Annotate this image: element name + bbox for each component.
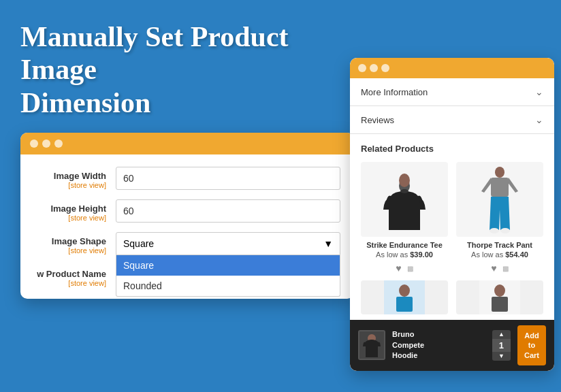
product-name-2: Thorpe Track Pant: [456, 241, 543, 249]
product-price-2: As low as $54.40: [456, 250, 543, 259]
product-card-1: Strike Endurance Tee As low as $39.00 ♥ …: [361, 162, 448, 274]
product-image-1: [361, 162, 448, 237]
image-shape-row: Image Shape [store view] Square ▼ Square…: [34, 232, 340, 255]
product-actions-2: ♥ ▩: [456, 263, 543, 274]
product-price-1: As low as $39.00: [361, 250, 448, 259]
product-dot-2: [370, 64, 378, 72]
product-name-1: Strike Endurance Tee: [361, 241, 448, 249]
product-dot-1: [358, 64, 366, 72]
image-shape-label: Image Shape [store view]: [34, 232, 116, 255]
image-height-input[interactable]: [116, 199, 340, 223]
admin-panel: Image Width [store view] Image Height [s…: [20, 133, 354, 299]
accordion-more-info[interactable]: More Information ⌄: [350, 78, 554, 106]
product-panel: More Information ⌄ Reviews ⌄ Related Pro…: [350, 58, 554, 371]
wishlist-icon-2[interactable]: ♥: [491, 263, 496, 274]
image-height-row: Image Height [store view]: [34, 199, 340, 223]
svg-rect-4: [491, 178, 509, 197]
svg-point-3: [495, 167, 504, 178]
product-actions-1: ♥ ▩: [361, 263, 448, 274]
qty-value: 1: [492, 339, 511, 352]
extra-product-thumb-2: [456, 280, 543, 314]
svg-point-8: [399, 284, 410, 297]
image-width-label: Image Width [store view]: [34, 167, 116, 189]
svg-point-2: [399, 174, 410, 187]
option-rounded[interactable]: Rounded: [116, 276, 340, 296]
image-width-row: Image Width [store view]: [34, 167, 340, 190]
image-shape-select-wrapper: Square ▼ Square Rounded: [116, 232, 340, 255]
products-grid: Strike Endurance Tee As low as $39.00 ♥ …: [361, 162, 543, 274]
product-card-2: Thorpe Track Pant As low as $54.40 ♥ ▩: [456, 162, 543, 274]
product-body: More Information ⌄ Reviews ⌄ Related Pro…: [350, 78, 554, 371]
page-title: Manually Set Product Image Dimension: [20, 20, 327, 119]
extra-products-row: [350, 280, 554, 320]
extra-product-thumb-1: [361, 280, 448, 314]
product-name-label: w Product Name [store view]: [34, 265, 116, 287]
chevron-down-icon-2: ⌄: [535, 114, 543, 125]
svg-point-5: [490, 228, 499, 233]
related-products-title: Related Products: [361, 144, 543, 154]
chart-icon-2[interactable]: ▩: [502, 265, 509, 272]
cart-product-name: BrunoCompeteHoodie: [392, 329, 485, 361]
wishlist-icon-1[interactable]: ♥: [396, 263, 401, 274]
product-dot-3: [381, 64, 389, 72]
window-dot-3: [54, 140, 63, 148]
admin-titlebar: [20, 133, 354, 154]
product-titlebar: [350, 58, 554, 78]
svg-rect-9: [396, 297, 413, 312]
svg-point-11: [494, 284, 505, 297]
cart-bar: BrunoCompeteHoodie ▲ 1 ▼ AddtoCart: [350, 320, 554, 371]
image-shape-select[interactable]: Square ▼: [116, 232, 340, 255]
cart-product-thumbnail: [358, 330, 385, 360]
svg-point-6: [500, 228, 510, 233]
add-to-cart-button[interactable]: AddtoCart: [517, 325, 546, 365]
product-image-2: [456, 162, 543, 237]
image-height-label: Image Height [store view]: [34, 199, 116, 222]
chart-icon-1[interactable]: ▩: [407, 265, 413, 272]
accordion-reviews[interactable]: Reviews ⌄: [350, 106, 554, 134]
image-shape-dropdown: Square Rounded: [116, 255, 340, 297]
svg-rect-12: [492, 297, 508, 312]
window-dot-1: [30, 140, 38, 148]
qty-control: ▲ 1 ▼: [492, 330, 511, 361]
window-dot-2: [42, 140, 50, 148]
qty-increase-button[interactable]: ▲: [493, 330, 510, 339]
chevron-down-icon: ⌄: [535, 86, 543, 97]
admin-body: Image Width [store view] Image Height [s…: [20, 154, 354, 299]
option-square[interactable]: Square: [116, 255, 340, 276]
title-area: Manually Set Product Image Dimension: [20, 20, 327, 119]
related-products-section: Related Products: [350, 134, 554, 280]
image-width-input[interactable]: [116, 167, 340, 190]
svg-point-1: [400, 189, 408, 193]
qty-decrease-button[interactable]: ▼: [493, 352, 510, 361]
